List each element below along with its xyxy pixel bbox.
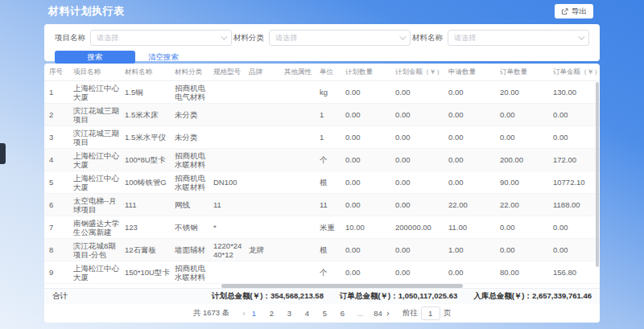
- next-page-icon[interactable]: ›: [386, 309, 390, 318]
- table-cell: 0.00: [444, 178, 495, 187]
- table-cell: 0.00: [341, 268, 390, 277]
- prev-page-icon[interactable]: ‹: [242, 309, 246, 318]
- table-cell: 0.00: [444, 88, 495, 97]
- table-cell: 1.5铜: [120, 88, 170, 97]
- table-row[interactable]: 9上海松江中心大厦150*10U型卡招商机电 水暖材料个0.000.000.00…: [44, 261, 600, 284]
- table-cell: 1: [315, 133, 341, 142]
- page-number[interactable]: 5: [320, 309, 330, 318]
- table-cell: 22.00: [495, 200, 548, 209]
- inbound-total-amount-label: 入库总金额(￥)：: [473, 291, 532, 300]
- export-button[interactable]: 导出: [555, 4, 593, 19]
- material-category-label: 材料分类: [233, 33, 264, 43]
- clear-search-link[interactable]: 清空搜索: [148, 52, 179, 63]
- table-cell: 招商机电 电气材料: [170, 84, 208, 101]
- page-number[interactable]: 6: [337, 309, 348, 318]
- table-cell: 5: [44, 178, 68, 187]
- table-cell: 6: [44, 200, 68, 209]
- table-cell: 0.00: [341, 245, 390, 254]
- table-cell: 0.00: [390, 200, 444, 209]
- table-row[interactable]: 5上海松江中心大厦100铸铁管G招商机电 水暖材料DN100根0.000.000…: [44, 171, 600, 194]
- material-category-placeholder: 请选择: [275, 33, 297, 43]
- table-cell: 0.00: [444, 268, 495, 277]
- material-name-select[interactable]: 请选择: [448, 30, 589, 46]
- table-cell: 1: [315, 110, 341, 119]
- table-cell: 111: [120, 200, 170, 209]
- table-row[interactable]: 6太空电梯--月球项目111网线11110.000.0022.0022.0011…: [44, 194, 600, 216]
- table-cell: 网线: [170, 200, 208, 209]
- column-header: 计划数量: [341, 68, 390, 77]
- table-cell: 不锈钢: [170, 223, 208, 232]
- table-row[interactable]: 2滨江花城三期项目1.5米木床未分类10.000.000.000.000.00: [44, 104, 600, 126]
- table-row[interactable]: 3滨江花城三期项目1.5米水平仪未分类10.000.000.000.000.00: [44, 126, 600, 149]
- table-cell: 100铸铁管G: [120, 178, 170, 187]
- table-cell: 0.00: [548, 133, 600, 142]
- page-number[interactable]: 84: [373, 309, 383, 318]
- table-cell: 0.00: [495, 110, 548, 119]
- pagination: 共 1673 条 ‹ 123456...84 › 前往 页: [44, 304, 600, 323]
- goto-page: 前往 页: [402, 306, 452, 320]
- column-header: 订单金额（￥）: [548, 68, 600, 77]
- table-row[interactable]: 8滨江花城8期项目-分包12石膏板墙面辅材1220*2440*12龙牌根0.00…: [44, 239, 600, 261]
- table-cell: 9: [44, 268, 68, 277]
- goto-page-input[interactable]: [421, 306, 440, 320]
- table-cell: 0.00: [495, 245, 548, 254]
- table-row[interactable]: 1上海松江中心大厦1.5铜招商机电 电气材料kg0.000.000.0020.0…: [44, 81, 600, 104]
- table-cell: 0.00: [548, 110, 600, 119]
- search-button[interactable]: 搜索: [55, 51, 135, 64]
- table-cell: *: [208, 223, 244, 232]
- page-number[interactable]: 4: [302, 309, 312, 318]
- table-cell: 130.00: [548, 88, 600, 97]
- table-row[interactable]: 7南钢盛达大学生公寓新建123不锈钢*米重10.00200000.0011.00…: [44, 216, 600, 239]
- table-cell: 0.00: [390, 268, 444, 277]
- table-cell: 172.00: [548, 155, 600, 164]
- table-cell: 123: [120, 223, 170, 232]
- table-cell: 滨江花城8期项目-分包: [68, 241, 120, 259]
- table-cell: 0.00: [444, 133, 495, 142]
- column-header: 计划金额（￥）: [390, 68, 444, 77]
- table-cell: 0.00: [341, 155, 390, 164]
- table-cell: 0.00: [548, 245, 600, 254]
- page-number[interactable]: 2: [266, 309, 277, 318]
- material-name-label: 材料名称: [412, 33, 443, 43]
- material-category-select[interactable]: 请选择: [269, 30, 411, 46]
- table-body: 1上海松江中心大厦1.5铜招商机电 电气材料kg0.000.000.0020.0…: [44, 81, 600, 284]
- table-cell: 0.00: [390, 110, 444, 119]
- table-cell: 滨江花城三期项目: [68, 129, 120, 146]
- table-cell: 上海松江中心大厦: [68, 151, 120, 169]
- table-cell: 墙面辅材: [170, 245, 208, 254]
- export-icon: [561, 8, 568, 15]
- page-number[interactable]: 3: [284, 309, 295, 318]
- project-name-select[interactable]: 请选择: [90, 30, 232, 46]
- inbound-total-amount-value: 2,657,339,761.46: [532, 291, 592, 300]
- page-title: 材料计划执行表: [44, 4, 125, 19]
- table-cell: 8: [44, 245, 68, 254]
- vertical-scrollbar[interactable]: [596, 82, 599, 267]
- filter-group-material: 材料名称 请选择: [412, 30, 589, 46]
- table-cell: 12石膏板: [120, 245, 170, 254]
- table-cell: 3: [44, 133, 68, 142]
- table-row[interactable]: 4上海松江中心大厦100*8U型卡招商机电 水暖材料个0.000.000.002…: [44, 149, 600, 171]
- sidebar-toggle-handle[interactable]: [0, 143, 6, 164]
- table-cell: 龙牌: [244, 245, 279, 254]
- summary-items: 计划总金额(￥)：354,568,213.58 订单总金额(￥)：1,050,1…: [212, 291, 592, 302]
- filter-panel: 项目名称 请选择 材料分类 请选择 材料名称 请选择: [44, 24, 600, 61]
- table-cell: 0.00: [548, 223, 600, 232]
- table-cell: 200.00: [495, 155, 548, 164]
- summary-total-label: 合计: [52, 291, 68, 302]
- export-button-label: 导出: [572, 6, 587, 17]
- table-cell: 11: [208, 200, 244, 209]
- table-cell: 0.00: [495, 133, 548, 142]
- table-cell: 0.00: [444, 155, 495, 164]
- summary-row: 合计 计划总金额(￥)：354,568,213.58 订单总金额(￥)：1,05…: [44, 288, 600, 304]
- column-header: 序号: [44, 68, 68, 77]
- table-cell: 南钢盛达大学生公寓新建: [68, 219, 120, 236]
- table-cell: 招商机电 水暖材料: [170, 174, 208, 191]
- order-total-amount: 订单总金额(￥)：1,050,117,025.63: [340, 291, 457, 302]
- table-cell: 1220*2440*12: [208, 241, 244, 259]
- table-cell: 22.00: [444, 200, 495, 209]
- table-cell: 90.00: [495, 178, 548, 187]
- table-cell: 0.00: [390, 178, 444, 187]
- page-number[interactable]: 1: [249, 309, 259, 318]
- table-cell: 上海松江中心大厦: [68, 174, 120, 191]
- table-cell: 0.00: [495, 223, 548, 232]
